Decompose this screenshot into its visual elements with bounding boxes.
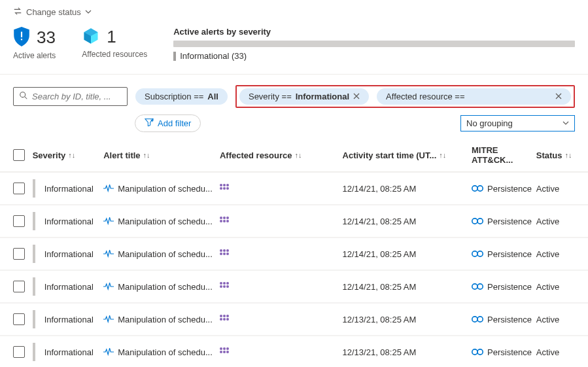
col-severity[interactable]: Severity↑↓ [33, 150, 104, 160]
svg-point-9 [472, 284, 477, 289]
resource-icon [220, 282, 232, 291]
change-status-button[interactable]: Change status [13, 7, 144, 18]
swap-icon [13, 7, 22, 18]
table-row[interactable]: Informational Manipulation of schedu... … [0, 303, 588, 336]
alert-title: Manipulation of schedu... [118, 217, 213, 226]
affected-resources-count: 1 [107, 27, 116, 47]
severity-indicator [33, 310, 35, 328]
affected-resources-label: Affected resources [82, 50, 147, 59]
severity-indicator [33, 245, 35, 263]
search-box[interactable] [13, 87, 128, 106]
table-row[interactable]: Informational Manipulation of schedu... … [0, 172, 588, 205]
alert-title: Manipulation of schedu... [118, 249, 213, 259]
col-status[interactable]: Status↑↓ [536, 150, 575, 160]
add-filter-button[interactable]: Add filter [135, 114, 201, 132]
col-mitre[interactable]: MITRE ATT&CK... [472, 145, 536, 165]
persistence-icon [472, 315, 483, 324]
alert-title: Manipulation of schedu... [118, 315, 213, 324]
svg-point-7 [472, 251, 477, 256]
select-all-checkbox[interactable] [13, 149, 25, 161]
active-alerts-label: Active alerts [13, 51, 56, 60]
close-icon[interactable] [353, 92, 360, 101]
activity-time: 12/14/21, 08:25 AM [343, 249, 417, 259]
heartbeat-icon [103, 250, 114, 258]
severity-bar [173, 41, 575, 47]
svg-point-12 [477, 317, 483, 322]
severity-text: Informational [44, 249, 94, 259]
activity-time: 12/14/21, 08:25 AM [343, 184, 417, 194]
filter-subscription[interactable]: Subscription == All [135, 88, 228, 105]
affected-resources-stat: 1 Affected resources [82, 27, 147, 59]
search-input[interactable] [32, 92, 122, 101]
filter-plus-icon [145, 118, 154, 128]
activity-time: 12/14/21, 08:25 AM [343, 217, 417, 226]
resource-icon [220, 184, 232, 193]
table-row[interactable]: Informational Manipulation of schedu... … [0, 270, 588, 303]
severity-indicator [33, 179, 35, 198]
svg-point-11 [472, 317, 477, 322]
filter-severity[interactable]: Severity == Informational [239, 88, 369, 105]
svg-point-6 [477, 218, 483, 224]
grouping-label: No grouping [466, 118, 513, 128]
close-icon[interactable] [555, 92, 562, 101]
mitre-tactic: Persistence [487, 315, 532, 324]
sort-icon: ↑↓ [564, 151, 572, 159]
filter-severity-key: Severity == [249, 92, 292, 101]
chevron-down-icon [85, 7, 92, 17]
change-status-label: Change status [26, 7, 81, 17]
sort-icon: ↑↓ [143, 151, 150, 159]
second-row: Add filter No grouping [0, 113, 588, 139]
status-text: Active [536, 217, 559, 226]
filter-affected-resource[interactable]: Affected resource == [377, 88, 571, 105]
shield-icon [13, 27, 30, 48]
col-resource[interactable]: Affected resource↑↓ [220, 150, 343, 160]
table-row[interactable]: Informational Manipulation of schedu... … [0, 336, 588, 367]
alert-title: Manipulation of schedu... [118, 282, 213, 292]
persistence-icon [472, 184, 483, 193]
sort-icon: ↑↓ [295, 151, 302, 159]
search-icon [19, 91, 28, 102]
severity-block: Active alerts by severity Informational … [173, 27, 575, 61]
svg-rect-1 [21, 39, 22, 40]
severity-indicator [33, 343, 35, 361]
svg-point-2 [20, 92, 26, 97]
severity-text: Informational [44, 315, 94, 324]
row-checkbox[interactable] [13, 281, 25, 292]
summary-section: 33 Active alerts 1 Affected resources Ac… [0, 24, 588, 75]
status-text: Active [536, 347, 559, 357]
filter-subscription-value: All [207, 92, 218, 101]
row-checkbox[interactable] [13, 313, 25, 325]
active-alerts-count: 33 [37, 27, 56, 48]
persistence-icon [472, 217, 483, 226]
table-row[interactable]: Informational Manipulation of schedu... … [0, 237, 588, 270]
svg-point-3 [472, 186, 477, 191]
toolbar: Change status [0, 0, 588, 24]
alert-title: Manipulation of schedu... [118, 184, 213, 194]
row-checkbox[interactable] [13, 215, 25, 227]
severity-text: Informational [44, 184, 94, 194]
status-text: Active [536, 282, 559, 292]
row-checkbox[interactable] [13, 248, 25, 260]
persistence-icon [472, 249, 483, 258]
alert-title: Manipulation of schedu... [118, 347, 213, 357]
col-time[interactable]: Activity start time (UT...↑↓ [343, 150, 472, 160]
resource-icon [220, 217, 232, 226]
row-checkbox[interactable] [13, 346, 25, 358]
status-text: Active [536, 315, 559, 324]
severity-text: Informational [44, 347, 94, 357]
severity-title: Active alerts by severity [173, 27, 575, 37]
col-title[interactable]: Alert title↑↓ [103, 150, 220, 160]
severity-text: Informational [44, 282, 94, 292]
activity-time: 12/14/21, 08:25 AM [343, 282, 417, 292]
chevron-down-icon [562, 118, 569, 128]
active-alerts-stat: 33 Active alerts [13, 27, 56, 60]
row-checkbox[interactable] [13, 183, 25, 194]
status-text: Active [536, 184, 559, 194]
severity-indicator [33, 212, 35, 230]
table-header: Severity↑↓ Alert title↑↓ Affected resour… [0, 139, 588, 172]
svg-rect-0 [21, 32, 22, 38]
resource-icon [220, 347, 232, 357]
grouping-dropdown[interactable]: No grouping [460, 115, 575, 131]
table-row[interactable]: Informational Manipulation of schedu... … [0, 205, 588, 237]
svg-point-4 [477, 186, 483, 191]
